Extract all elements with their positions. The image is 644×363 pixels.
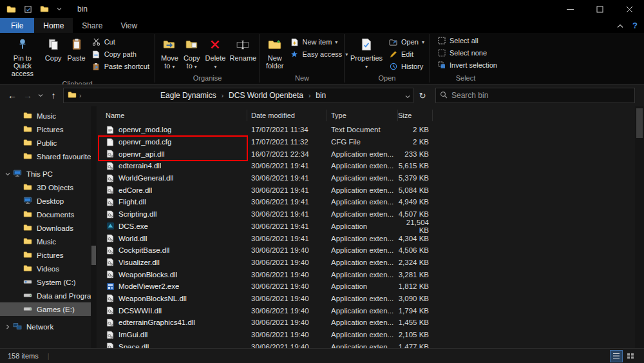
- file-row[interactable]: Scripting.dll 30/06/2021 19:41 Applicati…: [97, 208, 634, 221]
- collapse-ribbon-icon[interactable]: [617, 21, 623, 30]
- file-row[interactable]: Flight.dll 30/06/2021 19:41 Application …: [97, 196, 634, 208]
- tab-view[interactable]: View: [111, 18, 146, 33]
- file-row[interactable]: ModelViewer2.exe 30/06/2021 19:40 Applic…: [97, 280, 634, 293]
- easy-access-button[interactable]: Easy access ▾: [287, 48, 351, 60]
- sidebar-item[interactable]: Documents: [0, 208, 97, 221]
- sidebar-scrollbar-thumb[interactable]: [91, 246, 96, 265]
- search-input[interactable]: [451, 91, 630, 100]
- back-button[interactable]: ←: [5, 88, 19, 103]
- paste-button[interactable]: Paste: [66, 35, 88, 64]
- sidebar-item[interactable]: Music: [0, 235, 97, 248]
- sidebar-item[interactable]: Pictures: [0, 248, 97, 262]
- new-folder-button[interactable]: New folder: [264, 35, 286, 72]
- history-button[interactable]: History: [386, 61, 427, 72]
- sidebar-item[interactable]: Pictures: [0, 123, 97, 136]
- address-dropdown-chevron-icon[interactable]: [405, 90, 410, 101]
- select-none-button[interactable]: Select none: [434, 47, 489, 59]
- column-header-size[interactable]: Size: [398, 110, 433, 121]
- tab-file[interactable]: File: [0, 18, 34, 33]
- open-button[interactable]: Open ▾: [386, 36, 427, 48]
- file-row[interactable]: edterrain4.dll 30/06/2021 19:41 Applicat…: [97, 160, 634, 172]
- file-row[interactable]: WeaponBlocks.dll 30/06/2021 19:40 Applic…: [97, 268, 634, 280]
- sidebar-item[interactable]: Games (E:): [0, 302, 97, 316]
- file-row[interactable]: ImGui.dll 30/06/2021 19:40 Application e…: [97, 329, 634, 341]
- file-row[interactable]: WorldGeneral.dll 30/06/2021 19:41 Applic…: [97, 172, 634, 184]
- sidebar-item[interactable]: Data and Progra: [0, 289, 97, 302]
- main-area: Music Pictures Public Shared favourite T…: [0, 106, 644, 348]
- breadcrumb-separator-icon[interactable]: ›: [222, 92, 223, 99]
- file-row[interactable]: World.dll 30/06/2021 19:41 Application e…: [97, 232, 634, 244]
- monitor-icon: [23, 197, 32, 206]
- qat-new-folder-icon[interactable]: [40, 5, 49, 13]
- sidebar-scrollbar[interactable]: [91, 106, 97, 348]
- edit-icon: [388, 50, 398, 58]
- cut-button[interactable]: Cut: [89, 36, 152, 48]
- sidebar-item[interactable]: System (C:): [0, 275, 97, 289]
- column-header-type[interactable]: Type: [327, 110, 398, 121]
- file-row[interactable]: CockpitBase.dll 30/06/2021 19:40 Applica…: [97, 244, 634, 257]
- sidebar-item[interactable]: Videos: [0, 262, 97, 275]
- pin-to-quick-access-button[interactable]: Pin to Quick access: [4, 35, 41, 79]
- file-row[interactable]: edterrainGraphics41.dll 30/06/2021 19:40…: [97, 317, 634, 329]
- dll-icon: [106, 162, 115, 170]
- delete-button[interactable]: Delete ▾: [204, 35, 228, 73]
- column-header-name[interactable]: Name: [97, 110, 247, 121]
- refresh-button[interactable]: ↻: [415, 88, 430, 103]
- chevron-expanded-icon[interactable]: [5, 172, 10, 177]
- select-all-button[interactable]: Select all: [434, 35, 481, 46]
- breadcrumb-segment[interactable]: DCS World Openbeta: [229, 91, 303, 100]
- help-icon[interactable]: ?: [632, 21, 638, 30]
- explorer-app-icon: [6, 5, 16, 14]
- file-row[interactable]: WeaponBlocksNL.dll 30/06/2021 19:40 Appl…: [97, 293, 634, 305]
- new-item-button[interactable]: New item ▾: [287, 36, 351, 48]
- tab-share[interactable]: Share: [73, 18, 111, 33]
- tab-home[interactable]: Home: [34, 18, 73, 33]
- sidebar-item[interactable]: 3D Objects: [0, 181, 97, 194]
- breadcrumb-separator-icon[interactable]: ›: [308, 92, 310, 99]
- invert-selection-button[interactable]: Invert selection: [434, 59, 500, 71]
- file-row[interactable]: openvr_mod.cfg 17/07/2021 11:32 CFG File…: [97, 136, 634, 148]
- sidebar-item-this-pc[interactable]: This PC: [0, 167, 97, 181]
- edit-button[interactable]: Edit: [386, 48, 427, 60]
- recent-locations-chevron-icon[interactable]: [36, 88, 45, 103]
- file-row[interactable]: openvr_mod.log 17/07/2021 11:34 Text Doc…: [97, 124, 634, 136]
- properties-button[interactable]: Properties ▾: [348, 35, 384, 73]
- qat-customize-chevron-icon[interactable]: [57, 7, 62, 11]
- sidebar-item[interactable]: Desktop: [0, 194, 97, 208]
- file-row[interactable]: openvr_api.dll 16/07/2021 22:34 Applicat…: [97, 148, 634, 160]
- breadcrumb-chevron-icon[interactable]: ›: [79, 92, 81, 99]
- details-view-button[interactable]: [611, 351, 622, 362]
- breadcrumb-segment[interactable]: bin: [316, 91, 326, 100]
- up-button[interactable]: ↑: [46, 88, 61, 103]
- column-header-date-modified[interactable]: Date modified: [247, 110, 327, 121]
- file-row[interactable]: DCSWWII.dll 30/06/2021 19:40 Application…: [97, 304, 634, 317]
- breadcrumb-segment[interactable]: Eagle Dynamics: [160, 91, 216, 100]
- search-box[interactable]: [435, 88, 635, 103]
- sidebar-item[interactable]: Public: [0, 136, 97, 150]
- large-icons-view-button[interactable]: [625, 351, 636, 362]
- sidebar-item[interactable]: Music: [0, 109, 97, 123]
- close-button[interactable]: [614, 0, 644, 18]
- sidebar-item[interactable]: Downloads: [0, 221, 97, 235]
- qat-properties-icon[interactable]: [24, 5, 32, 14]
- maximize-button[interactable]: [585, 0, 614, 18]
- file-row[interactable]: DCS.exe 30/06/2021 19:41 Application 21,…: [97, 221, 634, 233]
- file-row[interactable]: Visualizer.dll 30/06/2021 19:40 Applicat…: [97, 257, 634, 269]
- address-bar[interactable]: › Eagle Dynamics › DCS World Openbeta › …: [63, 88, 413, 103]
- sidebar-item-network[interactable]: Network: [0, 320, 97, 333]
- file-row[interactable]: Space.dll 30/06/2021 19:40 Application e…: [97, 340, 634, 348]
- copy-path-button[interactable]: Copy path: [89, 48, 152, 60]
- cut-icon: [91, 38, 101, 46]
- sidebar-item[interactable]: Shared favourite: [0, 150, 97, 163]
- file-list-scrollbar[interactable]: [635, 106, 644, 348]
- move-to-button[interactable]: Move to ▾: [159, 35, 180, 73]
- file-row[interactable]: edCore.dll 30/06/2021 19:41 Application …: [97, 184, 634, 196]
- copy-to-button[interactable]: Copy to ▾: [182, 35, 202, 73]
- copy-button[interactable]: Copy: [43, 35, 64, 64]
- paste-shortcut-button[interactable]: Paste shortcut: [89, 61, 152, 72]
- minimize-button[interactable]: [555, 0, 585, 18]
- rename-button[interactable]: Rename: [229, 35, 257, 64]
- file-list-scrollbar-thumb[interactable]: [636, 108, 643, 138]
- chevron-collapsed-icon[interactable]: [5, 324, 10, 329]
- forward-button[interactable]: →: [21, 88, 35, 103]
